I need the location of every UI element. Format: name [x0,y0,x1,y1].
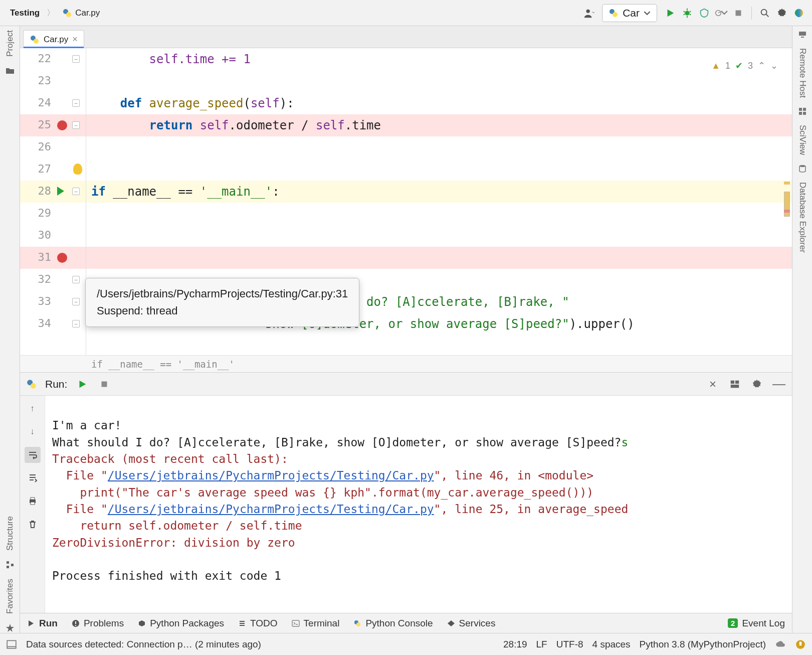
code-text: if [91,185,113,199]
tab-terminal[interactable]: Terminal [292,618,340,629]
run-settings-icon[interactable] [750,377,764,391]
fold-handle[interactable]: – [72,276,80,283]
stop-button[interactable] [731,6,745,20]
breadcrumb-file[interactable]: Car.py [58,6,104,20]
fold-handle[interactable]: – [72,320,80,328]
toolwindow-toggle-icon[interactable] [6,639,17,650]
next-highlight-icon[interactable]: ⌄ [770,60,778,71]
status-caret-pos[interactable]: 28:19 [503,639,527,650]
layout-icon[interactable] [728,377,742,391]
jetbrains-icon[interactable] [792,6,806,20]
debug-button[interactable] [680,6,694,20]
left-toolwindow-tabs: Project Structure Favorites [0,26,20,633]
right-toolwindow-tabs: Remote Host SciView Database Explorer [792,26,812,633]
star-icon [5,623,15,633]
line-number[interactable]: 26 [20,136,56,153]
prev-highlight-icon[interactable]: ⌃ [758,60,765,71]
breadcrumb-project[interactable]: Testing [6,6,44,20]
line-number[interactable]: 31 [20,247,56,263]
remote-host-tab[interactable]: Remote Host [797,48,807,98]
status-message[interactable]: Data sources detected: Connection p… (2 … [26,639,261,650]
run-config-label: Car [623,7,640,19]
console-link[interactable]: /Users/jetbrains/PycharmProjects/Testing… [108,503,434,516]
run-button[interactable] [663,6,677,20]
soft-wrap-button[interactable] [25,447,41,463]
search-icon[interactable] [758,6,772,20]
settings-icon[interactable] [775,6,789,20]
line-number[interactable]: 34 [20,313,56,330]
tab-run[interactable]: Run [27,618,58,629]
profile-button[interactable] [714,6,728,20]
fold-handle[interactable]: – [72,188,80,195]
run-console[interactable]: I'm a car! What should I do? [A]ccelerat… [45,396,792,613]
run-toolwindow: Run: × — ↑ ↓ I'm a car! What shoul [20,372,792,613]
hide-run-icon[interactable]: — [772,377,786,391]
tab-problems[interactable]: Problems [72,618,124,629]
close-run-icon[interactable]: × [706,377,720,391]
rerun-button[interactable] [75,377,89,391]
ok-icon: ✔ [735,60,743,71]
stop-run-button[interactable] [97,377,111,391]
code-editor[interactable]: ▲1 ✔3 ⌃ ⌄ 22– self.time += 1 23 24– def … [20,48,792,355]
favorites-tab[interactable]: Favorites [5,579,15,614]
console-link[interactable]: /Users/jetbrains/PycharmProjects/Testing… [108,469,434,482]
fold-handle[interactable]: – [72,99,80,107]
inspections-widget[interactable]: ▲1 ✔3 ⌃ ⌄ [711,60,778,71]
editor-tab-car[interactable]: Car.py × [23,30,84,48]
tab-todo[interactable]: TODO [238,618,278,629]
overview-ruler[interactable] [783,48,791,355]
svg-rect-17 [102,381,107,387]
breakpoint-icon[interactable] [57,253,67,263]
line-number[interactable]: 22 [20,48,56,65]
delete-button[interactable] [25,516,41,532]
line-number[interactable]: 28 [20,181,56,197]
fold-handle[interactable]: – [72,298,80,305]
project-tab[interactable]: Project [5,30,15,57]
database-tab[interactable]: Database Explorer [797,182,807,253]
status-indent[interactable]: 4 spaces [592,639,631,650]
sciview-tab[interactable]: SciView [797,125,807,155]
svg-rect-26 [75,621,76,624]
fold-handle[interactable]: – [72,121,80,129]
run-side-toolbar: ↑ ↓ [20,396,45,613]
line-number[interactable]: 29 [20,203,56,219]
intention-bulb-icon[interactable] [73,163,82,175]
status-encoding[interactable]: UTF-8 [556,639,583,650]
fold-handle[interactable]: – [72,55,80,63]
console-error: File " [52,469,108,482]
status-lock-icon[interactable] [795,639,806,650]
status-cloud-icon[interactable] [775,639,786,650]
tab-python-packages[interactable]: Python Packages [138,618,224,629]
run-config-selector[interactable]: Car [602,4,657,22]
line-number[interactable]: 23 [20,70,56,87]
status-interpreter[interactable]: Python 3.8 (MyPythonProject) [640,639,766,650]
svg-point-1 [66,12,71,17]
status-line-separator[interactable]: LF [536,639,547,650]
navigation-bar: Testing 〉 Car.py Car [0,0,812,26]
print-button[interactable] [25,493,41,509]
coverage-button[interactable] [697,6,711,20]
scroll-end-button[interactable] [25,470,41,486]
chevron-down-icon [644,10,651,17]
run-gutter-icon[interactable] [57,187,64,196]
line-number[interactable]: 32 [20,269,56,285]
tab-services[interactable]: Services [447,618,496,629]
user-icon[interactable] [582,6,596,20]
close-tab-icon[interactable]: × [72,34,78,45]
breakpoint-icon[interactable] [57,120,67,130]
console-error: ZeroDivisionError: division by zero [52,536,295,549]
svg-rect-33 [801,37,804,38]
editor-breadcrumb[interactable]: if __name__ == '__main__' [20,355,792,372]
tab-event-log[interactable]: 2Event Log [728,618,785,629]
tab-python-console[interactable]: Python Console [353,618,433,629]
up-stack-button[interactable]: ↑ [25,401,41,417]
structure-tab[interactable]: Structure [5,516,15,551]
line-number[interactable]: 24 [20,92,56,109]
line-number[interactable]: 33 [20,291,56,307]
line-number[interactable]: 25 [20,114,56,131]
warning-count: 1 [725,61,730,71]
line-number[interactable]: 30 [20,225,56,241]
down-stack-button[interactable]: ↓ [25,424,41,440]
line-number[interactable]: 27 [20,158,56,175]
svg-point-8 [761,9,767,15]
